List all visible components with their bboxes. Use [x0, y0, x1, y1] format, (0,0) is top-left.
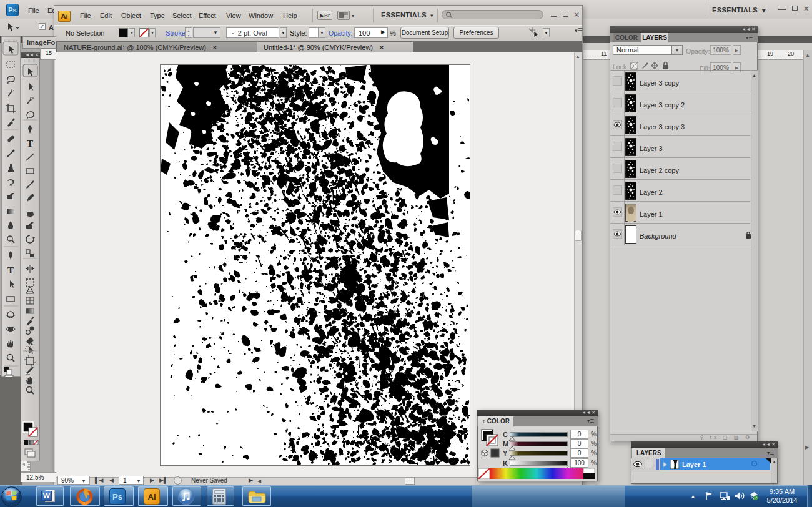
svg-text:T: T [27, 139, 33, 149]
svg-text:4: 4 [22, 461, 26, 467]
svg-text:T: T [7, 265, 14, 275]
